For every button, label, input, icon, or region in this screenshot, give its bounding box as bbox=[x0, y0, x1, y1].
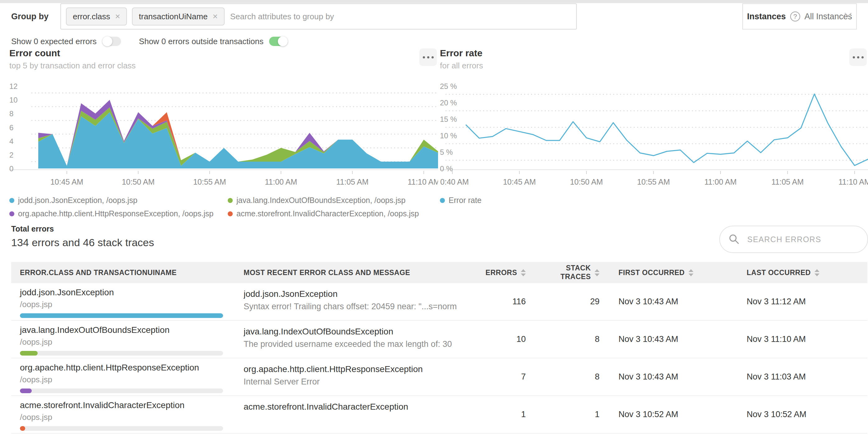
sort-icon[interactable] bbox=[594, 269, 599, 276]
col-last-occurred-header[interactable]: LAST OCCURRED bbox=[747, 262, 867, 283]
error-count-panel-header: Error count top 5 by transaction and err… bbox=[9, 46, 438, 81]
error-search-input[interactable] bbox=[747, 235, 861, 244]
legend-dot-icon bbox=[9, 198, 14, 203]
legend-item[interactable]: jodd.json.JsonException, /oops.jsp bbox=[9, 196, 228, 205]
instances-label: Instances bbox=[747, 12, 786, 22]
error-share-bar bbox=[20, 351, 223, 356]
first-occurred: Nov 3 10:43 AM bbox=[599, 358, 747, 395]
svg-text:11:00 AM: 11:00 AM bbox=[704, 177, 737, 186]
stack-traces-count: 29 bbox=[526, 283, 599, 320]
svg-text:10: 10 bbox=[9, 96, 18, 104]
recent-error-class: acme.storefront.InvalidCharacterExceptio… bbox=[244, 402, 480, 412]
tag-remove-icon[interactable]: × bbox=[213, 12, 217, 21]
error-class-name: org.apache.http.client.HttpResponseExcep… bbox=[20, 363, 244, 373]
table-body: jodd.json.JsonException/oops.jspjodd.jso… bbox=[11, 283, 867, 434]
transaction-name: /oops.jsp bbox=[20, 412, 244, 422]
table-row[interactable]: org.apache.http.client.HttpResponseExcep… bbox=[11, 358, 867, 396]
panel-title: Error rate bbox=[440, 46, 868, 59]
first-occurred: Nov 3 10:43 AM bbox=[599, 321, 747, 358]
table-row[interactable]: jodd.json.JsonException/oops.jspjodd.jso… bbox=[11, 283, 867, 321]
legend-dot-icon bbox=[9, 211, 14, 216]
error-share-bar bbox=[20, 313, 223, 318]
group-by-input-box[interactable]: error.class × transactionUiName × bbox=[60, 3, 577, 30]
legend-item[interactable]: java.lang.IndexOutOfBoundsException, /oo… bbox=[228, 196, 438, 205]
error-rate-panel-header: Error rate for all errors bbox=[440, 46, 868, 81]
help-icon: ? bbox=[790, 11, 800, 22]
col-errors-header[interactable]: ERRORS bbox=[480, 262, 526, 283]
error-rate-legend: Error rate bbox=[440, 196, 868, 205]
top-divider-strip bbox=[0, 0, 868, 3]
error-class-cell: jodd.json.JsonException/oops.jsp bbox=[11, 283, 244, 320]
error-share-bar-fill bbox=[20, 426, 25, 431]
error-class-cell: acme.storefront.InvalidCharacterExceptio… bbox=[11, 396, 244, 433]
error-rate-chart[interactable]: 25 %20 %15 %10 %5 %0 %10:40 AM10:45 AM10… bbox=[440, 81, 868, 190]
table-row[interactable]: acme.storefront.InvalidCharacterExceptio… bbox=[11, 396, 867, 434]
more-options-button[interactable] bbox=[420, 48, 437, 66]
table-row[interactable]: java.lang.IndexOutOfBoundsException/oops… bbox=[11, 321, 867, 358]
svg-text:4: 4 bbox=[9, 137, 13, 145]
error-share-bar-fill bbox=[20, 351, 38, 356]
error-rate-panel: Error rate for all errors 25 %20 %15 %10… bbox=[440, 46, 868, 205]
error-count-chart[interactable]: 12108642010:45 AM10:50 AM10:55 AM11:00 A… bbox=[9, 81, 438, 190]
table-header: ERROR.CLASS AND TRANSACTIONUINAME MOST R… bbox=[11, 262, 867, 283]
more-options-button[interactable] bbox=[849, 48, 867, 66]
svg-text:11:05 AM: 11:05 AM bbox=[772, 177, 804, 186]
col-error-class-header: ERROR.CLASS AND TRANSACTIONUINAME bbox=[11, 262, 244, 283]
svg-text:11:10 AM: 11:10 AM bbox=[408, 177, 438, 186]
recent-error-class: java.lang.IndexOutOfBoundsException bbox=[244, 327, 480, 337]
legend-label: Error rate bbox=[448, 196, 482, 205]
stack-traces-count: 1 bbox=[526, 396, 599, 433]
transaction-name: /oops.jsp bbox=[20, 300, 244, 309]
group-by-tag-transaction-ui-name[interactable]: transactionUiName × bbox=[132, 7, 224, 26]
tag-label: error.class bbox=[73, 12, 110, 22]
sort-icon[interactable] bbox=[521, 269, 526, 276]
instances-dropdown[interactable]: Instances ? All Instances bbox=[742, 3, 857, 30]
tag-label: transactionUiName bbox=[139, 12, 208, 22]
legend-label: org.apache.http.client.HttpResponseExcep… bbox=[18, 209, 213, 218]
legend-item[interactable]: org.apache.http.client.HttpResponseExcep… bbox=[9, 209, 228, 218]
error-count-legend: jodd.json.JsonException, /oops.jspjava.l… bbox=[9, 196, 438, 218]
outside-transactions-toggle[interactable] bbox=[269, 37, 288, 46]
error-search-box[interactable] bbox=[719, 226, 868, 253]
search-icon bbox=[728, 234, 740, 245]
recent-error-message: The provided username exceeded the max l… bbox=[244, 339, 480, 349]
stack-traces-count: 8 bbox=[526, 358, 599, 395]
svg-text:0: 0 bbox=[9, 164, 13, 173]
recent-error-cell: acme.storefront.InvalidCharacterExceptio… bbox=[244, 396, 480, 433]
recent-error-cell: org.apache.http.client.HttpResponseExcep… bbox=[244, 358, 480, 395]
svg-text:10:45 AM: 10:45 AM bbox=[51, 177, 83, 186]
legend-item[interactable]: acme.storefront.InvalidCharacterExceptio… bbox=[228, 209, 438, 218]
group-by-tag-error-class[interactable]: error.class × bbox=[66, 7, 127, 26]
attribute-search-input[interactable] bbox=[229, 11, 571, 22]
recent-error-cell: java.lang.IndexOutOfBoundsExceptionThe p… bbox=[244, 321, 480, 358]
col-recent-error-header: MOST RECENT ERROR CLASS AND MESSAGE bbox=[244, 262, 480, 283]
svg-text:10 %: 10 % bbox=[440, 132, 457, 140]
svg-text:11:00 AM: 11:00 AM bbox=[265, 177, 297, 186]
error-share-bar bbox=[20, 389, 223, 393]
svg-text:0 %: 0 % bbox=[440, 164, 453, 173]
panel-subtitle: top 5 by transaction and error class bbox=[9, 61, 438, 71]
legend-item[interactable]: Error rate bbox=[440, 196, 868, 205]
col-first-occurred-header[interactable]: FIRST OCCURRED bbox=[599, 262, 747, 283]
recent-error-class: org.apache.http.client.HttpResponseExcep… bbox=[244, 364, 480, 374]
group-by-label: Group by bbox=[11, 12, 49, 22]
svg-text:5 %: 5 % bbox=[440, 148, 453, 156]
toggle-knob bbox=[278, 36, 288, 46]
col-stack-traces-header[interactable]: STACK TRACES bbox=[526, 262, 599, 283]
recent-error-message: Internal Server Error bbox=[244, 377, 480, 386]
panel-subtitle: for all errors bbox=[440, 61, 868, 71]
svg-text:10:40 AM: 10:40 AM bbox=[440, 177, 469, 186]
sort-icon[interactable] bbox=[814, 269, 819, 276]
transaction-name: /oops.jsp bbox=[20, 375, 244, 384]
legend-dot-icon bbox=[228, 211, 233, 216]
last-occurred: Nov 3 10:52 AM bbox=[747, 396, 867, 433]
expected-errors-toggle[interactable] bbox=[102, 37, 121, 46]
first-occurred: Nov 3 10:43 AM bbox=[599, 283, 747, 320]
tag-remove-icon[interactable]: × bbox=[115, 12, 120, 21]
error-share-bar-fill bbox=[20, 313, 223, 318]
errors-count: 1 bbox=[480, 396, 526, 433]
toggle-knob bbox=[102, 36, 112, 46]
errors-count: 7 bbox=[480, 358, 526, 395]
svg-text:12: 12 bbox=[9, 82, 18, 91]
sort-icon[interactable] bbox=[688, 269, 693, 276]
